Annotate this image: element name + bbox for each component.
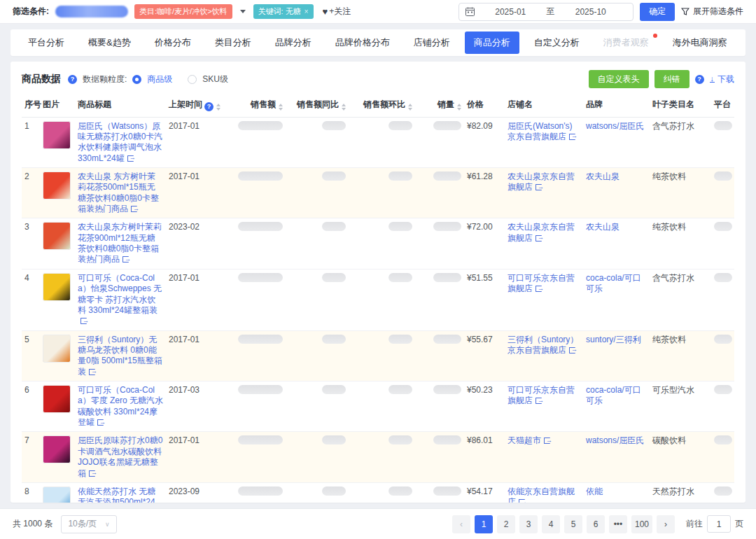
col-leaf-category: 叶子类目名 (650, 95, 711, 117)
tab-custom-analysis[interactable]: 自定义分析 (525, 31, 589, 54)
radio-product-level[interactable] (132, 75, 141, 84)
date-start-input[interactable]: 2025-01 (475, 7, 547, 17)
radio-product-level-label[interactable]: 商品级 (147, 74, 172, 85)
page-button-3[interactable]: 3 (519, 515, 538, 533)
page-button-6[interactable]: 6 (587, 515, 605, 533)
brand-link[interactable]: coca-cola/可口可乐 (586, 273, 641, 293)
custom-columns-button[interactable]: 自定义表头 (589, 70, 649, 88)
page-button-1[interactable]: 1 (475, 515, 493, 533)
brand-link[interactable]: 依能 (586, 486, 603, 496)
product-title-link[interactable]: 依能天然苏打水 无糖无汽无添加500ml*24瓶塑膜装弱碱饮用天然水解渴 (78, 486, 162, 503)
follow-button[interactable]: ♥ +关注 (323, 6, 351, 18)
yoy-redacted-value (322, 435, 346, 444)
product-thumbnail[interactable] (43, 121, 71, 149)
product-thumbnail[interactable] (43, 172, 71, 200)
product-thumbnail[interactable] (43, 335, 71, 363)
sales-redacted-value (238, 486, 283, 496)
shop-link[interactable]: 天猫超市 (507, 435, 550, 445)
cell-sales (219, 269, 286, 330)
row-index: 5 (22, 330, 40, 381)
radio-sku-level[interactable] (188, 75, 197, 84)
brand-link[interactable]: 农夫山泉 (586, 222, 620, 232)
tab-brand-analysis[interactable]: 品牌分析 (266, 31, 321, 54)
tab-product-analysis[interactable]: 商品分析 (465, 31, 519, 54)
tab-price-distribution[interactable]: 价格分布 (146, 31, 200, 54)
goto-page-input[interactable] (707, 515, 731, 533)
cell-platform (711, 167, 734, 218)
product-thumbnail[interactable] (43, 435, 71, 463)
product-title-link[interactable]: 三得利（Suntory）无糖乌龙茶饮料 0糖0能量0脂 500ml*15瓶整箱装 (78, 335, 162, 377)
shop-link[interactable]: 三得利（Suntory）京东自营旗舰店 (507, 335, 578, 355)
tab-overseas-ecommerce[interactable]: 海外电商洞察 (664, 31, 736, 54)
correction-button[interactable]: 纠错 (654, 70, 690, 88)
product-thumbnail[interactable] (43, 222, 71, 250)
brand-link[interactable]: watsons/屈臣氏 (586, 435, 644, 445)
follow-label: +关注 (329, 6, 351, 18)
date-end-input[interactable]: 2025-10 (555, 7, 627, 17)
product-thumbnail[interactable] (43, 273, 71, 301)
page-button-2[interactable]: 2 (497, 515, 515, 533)
page-size-select[interactable]: 10条/页 ∨ (61, 515, 116, 533)
listed-date: 2023-02 (166, 218, 219, 269)
goto-label: 前往 (686, 518, 703, 530)
col-volume[interactable]: 销量 (415, 95, 464, 117)
leaf-category: 碳酸饮料 (650, 432, 711, 482)
next-page-button[interactable]: › (657, 515, 675, 533)
expand-filters-button[interactable]: 展开筛选条件 (681, 6, 743, 18)
keyword-filter-tag[interactable]: 关键词: 无糖 × (253, 4, 314, 19)
cell-platform (711, 482, 734, 503)
help-icon[interactable] (68, 75, 77, 84)
chevron-down-icon[interactable] (240, 10, 246, 13)
cell-title: 屈臣氏原味苏打水0糖0卡调酒气泡水碳酸饮料JOJO联名黑罐无糖整箱 (75, 432, 166, 482)
confirm-button[interactable]: 确定 (640, 3, 675, 21)
mom-redacted-value (388, 172, 412, 181)
cell-sales (219, 382, 286, 432)
cell-image (40, 167, 75, 218)
radio-sku-level-label[interactable]: SKU级 (202, 74, 228, 85)
mom-redacted-value (388, 222, 412, 231)
listed-date: 2017-01 (166, 269, 219, 330)
download-button[interactable]: ↓ 下载 (710, 74, 735, 85)
shop-link[interactable]: 可口可乐京东自营旗舰店 (507, 273, 575, 293)
row-index: 7 (22, 432, 40, 482)
shop-link[interactable]: 依能京东自营旗舰店 (507, 486, 575, 503)
col-label: 平台 (714, 99, 731, 109)
col-sales-mom[interactable]: 销售额环比 (349, 95, 415, 117)
product-title-link[interactable]: 农夫山泉东方树叶茉莉花茶900ml*12瓶无糖茶饮料0糖0脂0卡整箱装热门商品 (78, 222, 162, 264)
tab-shop-analysis[interactable]: 店铺分析 (405, 31, 459, 54)
close-icon[interactable]: × (304, 8, 309, 15)
tab-platform-analysis[interactable]: 平台分析 (19, 31, 74, 54)
product-title-link[interactable]: 屈臣氏（Watsons）原味无糖苏打水0糖0卡汽水饮料健康特调气泡水330mL*… (78, 121, 162, 163)
col-listed-time[interactable]: 上架时间 (166, 95, 219, 117)
product-title-link[interactable]: 可口可乐（Coca-Cola）怡泉Schweppes 无糖零卡 苏打水汽水饮料 … (78, 273, 162, 326)
date-range-picker[interactable]: 2025-01 至 2025-10 (458, 3, 634, 21)
download-help-icon[interactable] (695, 75, 704, 84)
brand-link[interactable]: suntory/三得利 (586, 335, 641, 344)
product-title-link[interactable]: 屈臣氏原味苏打水0糖0卡调酒气泡水碳酸饮料JOJO联名黑罐无糖整箱 (78, 435, 162, 477)
tab-category-analysis[interactable]: 类目分析 (206, 31, 260, 54)
tab-consumer-insight[interactable]: 消费者观察 (594, 31, 658, 54)
product-title-link[interactable]: 可口可乐（Coca-Cola）零度 Zero 无糖汽水 碳酸饮料 330ml*2… (78, 385, 163, 427)
col-sales[interactable]: 销售额 (219, 95, 286, 117)
tab-brand-price-distribution[interactable]: 品牌价格分布 (326, 31, 399, 54)
shop-link[interactable]: 农夫山泉京东自营旗舰店 (507, 222, 575, 242)
platform-redacted-value (714, 273, 732, 282)
product-title-link[interactable]: 农夫山泉 东方树叶茉莉花茶500ml*15瓶无糖茶饮料0糖0脂0卡整箱装热门商品 (78, 172, 159, 214)
brand-link[interactable]: watsons/屈臣氏 (586, 121, 644, 131)
shop-link[interactable]: 可口可乐京东自营旗舰店 (507, 385, 575, 405)
shop-link[interactable]: 农夫山泉京东自营旗舰店 (507, 172, 575, 192)
brand-link[interactable]: 农夫山泉 (586, 172, 620, 181)
col-sales-yoy[interactable]: 销售额同比 (286, 95, 349, 117)
tab-overview-trend[interactable]: 概要&趋势 (79, 31, 140, 54)
page-button-5[interactable]: 5 (564, 515, 582, 533)
page-button-100[interactable]: 100 (631, 515, 652, 533)
shop-link[interactable]: 屈臣氏(Watson's)京东自营旗舰店 (507, 121, 575, 141)
product-thumbnail[interactable] (43, 486, 71, 503)
brand-link[interactable]: coca-cola/可口可乐 (586, 385, 641, 405)
category-filter-tag[interactable]: 类目:咖啡/麦片/冲饮>饮料 (134, 4, 232, 19)
prev-page-button[interactable]: ‹ (452, 515, 470, 533)
help-icon[interactable] (204, 102, 214, 111)
page-button-4[interactable]: 4 (542, 515, 560, 533)
yoy-redacted-value (322, 273, 346, 282)
product-thumbnail[interactable] (43, 385, 71, 413)
